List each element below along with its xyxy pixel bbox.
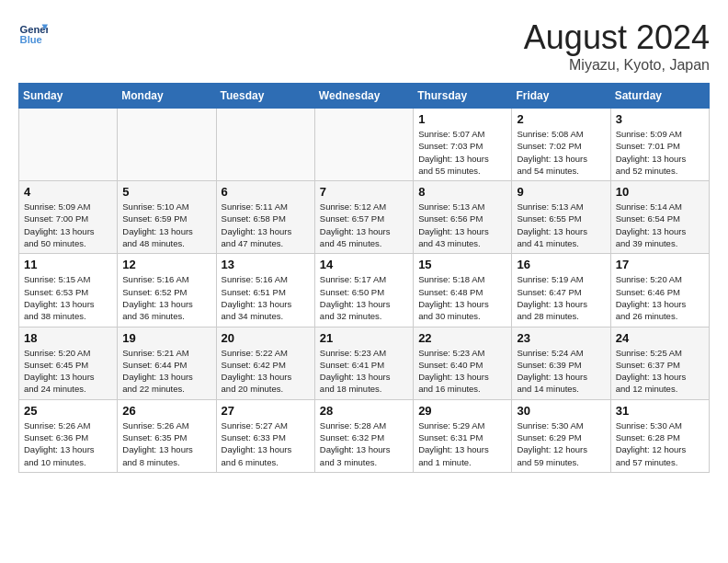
day-info: Sunrise: 5:07 AM Sunset: 7:03 PM Dayligh… (418, 128, 506, 177)
calendar-cell: 14Sunrise: 5:17 AM Sunset: 6:50 PM Dayli… (314, 254, 413, 327)
calendar-cell: 8Sunrise: 5:13 AM Sunset: 6:56 PM Daylig… (414, 181, 512, 254)
calendar-cell: 28Sunrise: 5:28 AM Sunset: 6:32 PM Dayli… (314, 399, 413, 472)
svg-text:Blue: Blue (20, 34, 42, 45)
day-number: 28 (320, 404, 408, 418)
day-number: 2 (517, 112, 605, 126)
day-number: 16 (517, 258, 605, 271)
calendar-cell: 20Sunrise: 5:22 AM Sunset: 6:42 PM Dayli… (216, 327, 314, 399)
day-info: Sunrise: 5:14 AM Sunset: 6:54 PM Dayligh… (616, 201, 704, 249)
weekday-header-wednesday: Wednesday (314, 84, 413, 109)
day-info: Sunrise: 5:22 AM Sunset: 6:42 PM Dayligh… (222, 347, 310, 396)
day-number: 21 (320, 331, 408, 345)
month-title: August 2024 (524, 18, 710, 57)
day-info: Sunrise: 5:21 AM Sunset: 6:44 PM Dayligh… (122, 347, 210, 396)
day-number: 25 (24, 404, 112, 418)
calendar-cell: 23Sunrise: 5:24 AM Sunset: 6:39 PM Dayli… (512, 327, 610, 399)
day-info: Sunrise: 5:20 AM Sunset: 6:45 PM Dayligh… (24, 347, 112, 396)
calendar-cell (216, 109, 314, 181)
calendar-cell: 4Sunrise: 5:09 AM Sunset: 7:00 PM Daylig… (19, 181, 118, 254)
day-number: 14 (320, 258, 408, 271)
day-number: 19 (122, 331, 210, 345)
day-number: 29 (418, 404, 506, 418)
day-info: Sunrise: 5:19 AM Sunset: 6:47 PM Dayligh… (517, 273, 605, 322)
weekday-header-thursday: Thursday (414, 84, 512, 109)
day-number: 8 (418, 185, 506, 199)
day-number: 9 (517, 185, 605, 199)
title-block: August 2024 Miyazu, Kyoto, Japan (524, 18, 710, 74)
day-number: 17 (616, 258, 704, 271)
calendar-cell: 7Sunrise: 5:12 AM Sunset: 6:57 PM Daylig… (314, 181, 413, 254)
calendar-week-row: 18Sunrise: 5:20 AM Sunset: 6:45 PM Dayli… (19, 327, 710, 399)
calendar-cell: 6Sunrise: 5:11 AM Sunset: 6:58 PM Daylig… (216, 181, 314, 254)
calendar-cell: 31Sunrise: 5:30 AM Sunset: 6:28 PM Dayli… (610, 399, 709, 472)
day-info: Sunrise: 5:26 AM Sunset: 6:35 PM Dayligh… (122, 419, 210, 468)
logo-icon: General Blue (18, 18, 48, 48)
calendar-cell: 24Sunrise: 5:25 AM Sunset: 6:37 PM Dayli… (610, 327, 709, 399)
calendar-cell: 1Sunrise: 5:07 AM Sunset: 7:03 PM Daylig… (414, 109, 512, 181)
day-info: Sunrise: 5:30 AM Sunset: 6:28 PM Dayligh… (616, 419, 704, 468)
calendar-cell: 15Sunrise: 5:18 AM Sunset: 6:48 PM Dayli… (414, 254, 512, 327)
day-info: Sunrise: 5:17 AM Sunset: 6:50 PM Dayligh… (320, 273, 408, 322)
day-info: Sunrise: 5:16 AM Sunset: 6:52 PM Dayligh… (122, 273, 210, 322)
calendar-cell: 22Sunrise: 5:23 AM Sunset: 6:40 PM Dayli… (414, 327, 512, 399)
weekday-header-tuesday: Tuesday (216, 84, 314, 109)
calendar-cell: 17Sunrise: 5:20 AM Sunset: 6:46 PM Dayli… (610, 254, 709, 327)
day-number: 22 (418, 331, 506, 345)
day-info: Sunrise: 5:25 AM Sunset: 6:37 PM Dayligh… (616, 347, 704, 396)
day-number: 31 (616, 404, 704, 418)
day-number: 7 (320, 185, 408, 199)
calendar-cell: 29Sunrise: 5:29 AM Sunset: 6:31 PM Dayli… (414, 399, 512, 472)
calendar-table: SundayMondayTuesdayWednesdayThursdayFrid… (18, 83, 710, 473)
weekday-header-sunday: Sunday (19, 84, 118, 109)
calendar-cell: 10Sunrise: 5:14 AM Sunset: 6:54 PM Dayli… (610, 181, 709, 254)
day-number: 11 (24, 258, 112, 271)
calendar-cell (314, 109, 413, 181)
calendar-week-row: 1Sunrise: 5:07 AM Sunset: 7:03 PM Daylig… (19, 109, 710, 181)
day-info: Sunrise: 5:26 AM Sunset: 6:36 PM Dayligh… (24, 419, 112, 468)
day-info: Sunrise: 5:09 AM Sunset: 7:00 PM Dayligh… (24, 201, 112, 249)
day-info: Sunrise: 5:29 AM Sunset: 6:31 PM Dayligh… (418, 419, 506, 468)
day-info: Sunrise: 5:09 AM Sunset: 7:01 PM Dayligh… (616, 128, 704, 177)
day-info: Sunrise: 5:18 AM Sunset: 6:48 PM Dayligh… (418, 273, 506, 322)
day-number: 18 (24, 331, 112, 345)
day-number: 20 (222, 331, 310, 345)
calendar-cell: 25Sunrise: 5:26 AM Sunset: 6:36 PM Dayli… (19, 399, 118, 472)
day-number: 24 (616, 331, 704, 345)
calendar-week-row: 4Sunrise: 5:09 AM Sunset: 7:00 PM Daylig… (19, 181, 710, 254)
day-info: Sunrise: 5:28 AM Sunset: 6:32 PM Dayligh… (320, 419, 408, 468)
day-info: Sunrise: 5:23 AM Sunset: 6:41 PM Dayligh… (320, 347, 408, 396)
day-number: 12 (122, 258, 210, 271)
day-number: 1 (418, 112, 506, 126)
calendar-cell: 16Sunrise: 5:19 AM Sunset: 6:47 PM Dayli… (512, 254, 610, 327)
calendar-cell: 12Sunrise: 5:16 AM Sunset: 6:52 PM Dayli… (118, 254, 216, 327)
page-header: General Blue August 2024 Miyazu, Kyoto, … (18, 18, 710, 74)
calendar-week-row: 25Sunrise: 5:26 AM Sunset: 6:36 PM Dayli… (19, 399, 710, 472)
day-info: Sunrise: 5:13 AM Sunset: 6:56 PM Dayligh… (418, 201, 506, 249)
day-info: Sunrise: 5:30 AM Sunset: 6:29 PM Dayligh… (517, 419, 605, 468)
calendar-cell: 13Sunrise: 5:16 AM Sunset: 6:51 PM Dayli… (216, 254, 314, 327)
day-number: 6 (222, 185, 310, 199)
calendar-cell (19, 109, 118, 181)
calendar-cell: 11Sunrise: 5:15 AM Sunset: 6:53 PM Dayli… (19, 254, 118, 327)
weekday-header-monday: Monday (118, 84, 216, 109)
day-number: 26 (122, 404, 210, 418)
calendar-cell: 30Sunrise: 5:30 AM Sunset: 6:29 PM Dayli… (512, 399, 610, 472)
calendar-week-row: 11Sunrise: 5:15 AM Sunset: 6:53 PM Dayli… (19, 254, 710, 327)
calendar-cell: 9Sunrise: 5:13 AM Sunset: 6:55 PM Daylig… (512, 181, 610, 254)
day-number: 13 (222, 258, 310, 271)
day-info: Sunrise: 5:13 AM Sunset: 6:55 PM Dayligh… (517, 201, 605, 249)
day-number: 15 (418, 258, 506, 271)
calendar-cell: 5Sunrise: 5:10 AM Sunset: 6:59 PM Daylig… (118, 181, 216, 254)
day-info: Sunrise: 5:11 AM Sunset: 6:58 PM Dayligh… (222, 201, 310, 249)
calendar-cell: 26Sunrise: 5:26 AM Sunset: 6:35 PM Dayli… (118, 399, 216, 472)
calendar-cell: 3Sunrise: 5:09 AM Sunset: 7:01 PM Daylig… (610, 109, 709, 181)
calendar-cell: 19Sunrise: 5:21 AM Sunset: 6:44 PM Dayli… (118, 327, 216, 399)
day-info: Sunrise: 5:10 AM Sunset: 6:59 PM Dayligh… (122, 201, 210, 249)
day-number: 23 (517, 331, 605, 345)
day-info: Sunrise: 5:20 AM Sunset: 6:46 PM Dayligh… (616, 273, 704, 322)
day-info: Sunrise: 5:08 AM Sunset: 7:02 PM Dayligh… (517, 128, 605, 177)
day-info: Sunrise: 5:16 AM Sunset: 6:51 PM Dayligh… (222, 273, 310, 322)
day-number: 5 (122, 185, 210, 199)
calendar-cell: 2Sunrise: 5:08 AM Sunset: 7:02 PM Daylig… (512, 109, 610, 181)
day-info: Sunrise: 5:24 AM Sunset: 6:39 PM Dayligh… (517, 347, 605, 396)
